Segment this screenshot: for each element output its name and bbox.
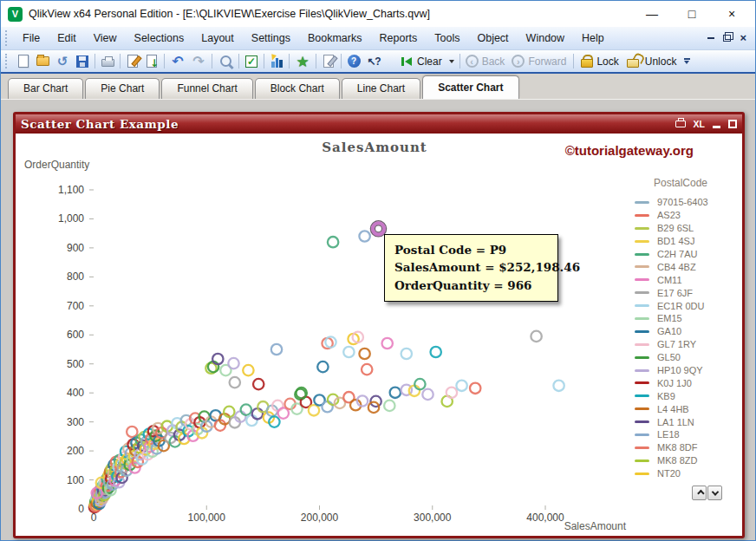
clear-button[interactable]: Clear (397, 52, 457, 71)
forward-icon: › (512, 55, 525, 68)
legend-items: 97015-6403AS23B29 6SLBD1 4SJC2H 7AUCB4 4… (635, 196, 737, 480)
chart-maximize-icon[interactable] (728, 120, 737, 128)
legend-item[interactable]: EC1R 0DU (635, 299, 737, 312)
close-button[interactable]: × (712, 2, 752, 26)
menu-view[interactable]: View (85, 29, 126, 48)
legend-item[interactable]: NT20 (635, 467, 737, 480)
legend-item[interactable]: GL50 (635, 351, 737, 364)
whats-this-button[interactable]: ↖? (363, 52, 384, 71)
menu-bookmarks[interactable]: Bookmarks (299, 29, 371, 48)
legend-item[interactable]: GL7 1RY (635, 338, 737, 351)
forward-button[interactable]: ›Forward (509, 52, 570, 71)
back-icon: ‹ (466, 55, 479, 68)
current-selections-button[interactable]: ✓ (242, 52, 261, 71)
legend: PostalCode 97015-6403AS23B29 6SLBD1 4SJC… (635, 177, 737, 480)
edit-script-button[interactable] (123, 52, 142, 71)
legend-marker (635, 330, 649, 333)
print-button[interactable] (98, 52, 117, 71)
window-title: QlikView x64 Personal Edition - [E:\QLIK… (29, 8, 430, 20)
tab-scatter-chart[interactable]: Scatter Chart (422, 75, 518, 99)
lock-icon (579, 54, 593, 68)
legend-label: 97015-6403 (657, 197, 708, 207)
legend-label: EM15 (657, 313, 682, 323)
mdi-restore-icon[interactable] (723, 35, 731, 42)
printer-icon[interactable] (675, 121, 686, 127)
minimize-button[interactable]: — (632, 2, 672, 26)
save-button[interactable] (73, 52, 92, 71)
search-button[interactable] (215, 52, 236, 71)
legend-item[interactable]: CM11 (635, 273, 737, 286)
maximize-button[interactable]: □ (672, 2, 712, 26)
svg-text:700: 700 (67, 300, 84, 312)
chart-minimize-icon[interactable] (713, 126, 720, 128)
toolbar-separator (94, 54, 95, 68)
menu-object[interactable]: Object (468, 29, 517, 48)
tab-line-chart[interactable]: Line Chart (342, 78, 420, 99)
lock-button[interactable]: Lock (577, 52, 622, 71)
undo-button[interactable]: ↶ (167, 52, 188, 71)
tooltip-line: OrderQuantity = 966 (394, 277, 548, 294)
chevron-down-icon (711, 488, 718, 495)
tab-block-chart[interactable]: Block Chart (255, 78, 340, 99)
legend-item[interactable]: L4 4HB (635, 402, 737, 415)
legend-item[interactable]: AS23 (635, 209, 737, 222)
excel-export-icon[interactable]: XL (694, 119, 705, 129)
legend-label: LA1 1LN (657, 417, 694, 427)
legend-item[interactable]: GA10 (635, 325, 737, 338)
legend-label: NT20 (657, 468, 681, 479)
menu-tools[interactable]: Tools (426, 29, 468, 48)
legend-item[interactable]: K0J 1J0 (635, 376, 737, 389)
toolbar: ↺↶↷✓★?↖?Clear‹Back›ForwardLockUnlock (1, 50, 755, 74)
legend-item[interactable]: MK8 8DF (635, 441, 737, 454)
menu-file[interactable]: File (14, 29, 49, 48)
toolbar-buttons: ↺↶↷✓★?↖?Clear‹Back›ForwardLockUnlock (14, 52, 681, 71)
legend-scroll-down-button[interactable] (707, 486, 722, 500)
legend-item[interactable]: BD1 4SJ (635, 235, 737, 248)
bookmark-button[interactable]: ★ (292, 52, 313, 71)
menu-layout[interactable]: Layout (192, 29, 243, 48)
chart-title: SalesAmount (275, 140, 474, 155)
legend-item[interactable]: HP10 9QY (635, 364, 737, 377)
scatter-plot[interactable]: 01002003004005006007008009001,0001,10001… (16, 134, 742, 536)
legend-item[interactable]: LE18 (635, 428, 737, 441)
menu-settings[interactable]: Settings (243, 29, 299, 48)
chart-content: 01002003004005006007008009001,0001,10001… (16, 134, 742, 536)
menu-edit[interactable]: Edit (49, 29, 85, 48)
menu-window[interactable]: Window (518, 29, 573, 48)
back-button[interactable]: ‹Back (463, 52, 510, 71)
legend-item[interactable]: LA1 1LN (635, 415, 737, 428)
legend-marker (635, 304, 649, 307)
legend-label: GL7 1RY (657, 339, 696, 349)
new-document-button[interactable] (14, 52, 33, 71)
tab-bar-chart[interactable]: Bar Chart (8, 78, 83, 99)
legend-item[interactable]: 97015-6403 (635, 196, 737, 209)
reload-button[interactable]: ↺ (52, 52, 73, 71)
open-button[interactable] (33, 52, 52, 71)
mdi-close-icon[interactable]: × (740, 34, 746, 42)
legend-label: EC1R 0DU (657, 301, 704, 311)
legend-item[interactable]: EM15 (635, 312, 737, 325)
legend-item[interactable]: MK8 8ZD (635, 454, 737, 467)
redo-button[interactable]: ↷ (188, 52, 209, 71)
toolbar-overflow-icon[interactable] (682, 58, 691, 64)
legend-item[interactable]: C2H 7AU (635, 248, 737, 261)
reload-data-button[interactable] (142, 52, 161, 71)
quick-chart-wizard-button[interactable] (267, 52, 286, 71)
tab-pie-chart[interactable]: Pie Chart (85, 78, 160, 99)
menu-selections[interactable]: Selections (126, 29, 193, 48)
legend-item[interactable]: B29 6SL (635, 222, 737, 235)
legend-item[interactable]: E17 6JF (635, 286, 737, 299)
menu-help[interactable]: Help (573, 29, 613, 48)
mdi-minimize-icon[interactable] (707, 37, 714, 39)
legend-item[interactable]: CB4 4BZ (635, 260, 737, 273)
tab-funnel-chart[interactable]: Funnel Chart (161, 78, 252, 99)
notes-button[interactable] (319, 52, 338, 71)
chart-caption-bar[interactable]: Scatter Chart Example XL (16, 114, 742, 134)
dropdown-arrow-icon[interactable] (449, 60, 454, 63)
svg-text:800: 800 (67, 270, 84, 283)
menu-reports[interactable]: Reports (371, 29, 427, 48)
legend-scroll-up-button[interactable] (692, 486, 707, 500)
help-button[interactable]: ? (344, 52, 363, 71)
legend-item[interactable]: KB9 (635, 389, 737, 402)
unlock-button[interactable]: Unlock (623, 52, 681, 71)
